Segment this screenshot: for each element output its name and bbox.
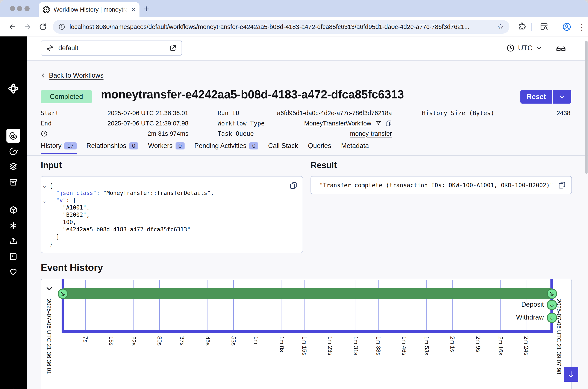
labs-glasses-icon[interactable] (556, 43, 566, 54)
search-tabs-icon[interactable] (540, 22, 549, 31)
address-bar[interactable]: localhost:8080/namespaces/default/workfl… (53, 20, 510, 34)
extensions-icon[interactable] (518, 22, 527, 31)
tab-strip: Workflow History | moneytran ✕ + (0, 0, 588, 17)
activity-label-deposit: Deposit (480, 301, 544, 308)
theme-toggle-sun-icon[interactable] (9, 388, 18, 389)
url-text[interactable]: localhost:8080/namespaces/default/workfl… (69, 23, 493, 31)
fold-chevron-icon[interactable]: ⌄ (43, 197, 46, 204)
timeline-gridline (208, 280, 208, 330)
nav-workflows-active[interactable] (6, 129, 20, 143)
timeline-gridline (233, 280, 234, 330)
copy-icon[interactable] (385, 120, 392, 127)
nexus-asterisk-icon[interactable] (9, 221, 18, 230)
browser-tab[interactable]: Workflow History | moneytran ✕ (39, 2, 139, 17)
timeline-gridline (159, 280, 160, 330)
tab-queries[interactable]: Queries (308, 142, 331, 154)
namespaces-cube-icon[interactable] (9, 205, 18, 214)
toolbar-separator (555, 23, 555, 31)
forward-icon[interactable] (23, 23, 32, 31)
timeline-gridline (478, 280, 478, 330)
timeline-gridline (281, 280, 282, 330)
docs-book-icon[interactable] (9, 252, 18, 261)
temporal-logo-icon[interactable] (8, 83, 19, 94)
timeline-tick-label: 2m 9s (475, 336, 481, 352)
archive-icon[interactable] (9, 178, 18, 187)
reload-icon[interactable] (39, 23, 47, 31)
timeline-tick-label: 1m 38s (375, 336, 381, 355)
back-icon[interactable] (8, 23, 17, 31)
timeline-tick-label: 1m (253, 336, 259, 344)
workflow-end-marker[interactable] (547, 289, 557, 299)
arrow-down-icon (567, 370, 575, 379)
batch-operations-icon[interactable] (9, 162, 18, 171)
activity-marker-deposit[interactable]: ◇ (547, 300, 557, 310)
timeline-gridline (356, 280, 356, 330)
timeline-tick-label: 30s (156, 336, 163, 346)
detail-run-id: Run ID a6fd95d1-da0c-4d2e-a77c-786f3d762… (218, 108, 392, 118)
window-close-dot[interactable] (10, 6, 15, 11)
timeline-gridline (85, 280, 86, 330)
timeline-gridline (378, 280, 379, 330)
tab-count-badge: 0 (129, 142, 138, 149)
timeline-start-datetime: 2025-07-06 UTC 21:36:36.01 (45, 299, 52, 374)
schedules-icon[interactable] (9, 147, 18, 156)
scroll-to-bottom-button[interactable] (564, 367, 578, 382)
tab-call-stack[interactable]: Call Stack (268, 142, 298, 154)
page-scrollbar-thumb[interactable] (585, 41, 588, 174)
timeline-gridline (426, 280, 427, 330)
namespace-external-link-icon[interactable] (164, 41, 181, 55)
workflow-type-link[interactable]: MoneyTransferWorkflow (304, 120, 371, 127)
tab-close-icon[interactable]: ✕ (131, 7, 136, 12)
code-line: "A1001", (44, 204, 283, 211)
activity-marker-withdraw[interactable]: ◇ (547, 313, 557, 323)
clock-icon (506, 44, 515, 52)
window-minimize-dot[interactable] (17, 6, 22, 11)
reset-menu-chevron[interactable] (552, 90, 571, 103)
tab-count-badge: 0 (249, 142, 258, 149)
namespace-selector[interactable]: default (41, 40, 182, 56)
timeline-expand-chevron-icon[interactable] (45, 284, 54, 293)
chevron-down-icon (536, 45, 543, 51)
workflows-spiral-icon (9, 131, 18, 140)
chrome-menu-kebab-icon[interactable]: ⋮ (577, 22, 586, 31)
workflow-start-marker[interactable] (58, 289, 68, 299)
timezone-selector[interactable]: UTC (506, 42, 543, 54)
tab-history[interactable]: History17 (41, 142, 77, 154)
window-zoom-dot[interactable] (25, 6, 30, 11)
tab-count-badge: 17 (64, 142, 76, 149)
tab-relationships[interactable]: Relationships0 (86, 142, 138, 154)
bookmark-star-icon[interactable]: ☆ (497, 22, 504, 31)
tab-count-badge: 0 (175, 142, 184, 149)
timeline-left-axis (62, 279, 64, 333)
copy-icon[interactable] (290, 182, 297, 189)
reset-button[interactable]: Reset (520, 90, 552, 103)
timeline-tick-label: 45s (204, 336, 211, 346)
tab-pending-activities[interactable]: Pending Activities0 (194, 142, 258, 154)
tab-workers[interactable]: Workers0 (148, 142, 185, 154)
workflow-execution-span[interactable] (63, 288, 552, 299)
tab-metadata[interactable]: Metadata (341, 142, 369, 154)
profile-icon[interactable] (562, 22, 571, 31)
code-line: ] (44, 233, 283, 240)
feedback-heart-icon[interactable] (9, 267, 18, 276)
task-queue-link[interactable]: money-transfer (350, 130, 392, 137)
timeline-tick-label: 1m 46s (401, 336, 407, 355)
result-payload-box: "Transfer complete (transaction IDs: OKW… (311, 176, 572, 194)
new-tab-button[interactable]: + (143, 3, 149, 15)
result-text: "Transfer complete (transaction IDs: OKW… (319, 176, 553, 194)
tabs: History17Relationships0Workers0Pending A… (41, 142, 369, 154)
site-info-icon[interactable] (58, 23, 65, 30)
copy-icon[interactable] (558, 181, 566, 189)
filter-funnel-icon[interactable] (375, 120, 381, 127)
back-to-workflows-link[interactable]: Back to Workflows (40, 72, 104, 79)
input-code: ⌄{ "json_class": "MoneyTransfer::Transfe… (44, 182, 283, 248)
timeline-tick-label: 1m 8s (278, 336, 285, 352)
code-line: ⌄ "v": [ (44, 197, 283, 204)
import-events-icon[interactable] (9, 236, 18, 246)
fold-chevron-icon[interactable]: ⌄ (43, 182, 46, 189)
workflow-id-title: moneytransfer-e4242aa5-b08d-4183-a472-df… (101, 88, 404, 101)
timeline-end-datetime: 2025-07-06 UTC 21:39:07.98 (555, 299, 562, 374)
detail-workflow-type: Workflow Type MoneyTransferWorkflow (218, 118, 392, 129)
favicon-temporal-logo-icon (42, 6, 50, 13)
timeline-chart: 2025-07-06 UTC 21:36:36.01 2025-07-06 UT… (41, 279, 572, 389)
